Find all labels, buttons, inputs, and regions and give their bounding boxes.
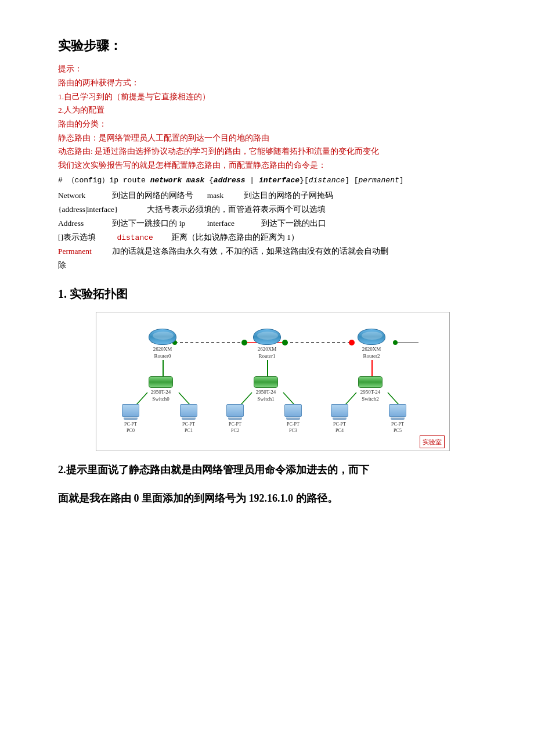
col3-4: 到达下一跳的出口 [261,219,326,228]
svg-point-5 [241,340,247,345]
pc1: PC-PTPC1 [180,404,197,434]
switch2: 2950T-24Switch2 [358,376,383,402]
col3-2: 到达下一跳接口的 ip [112,217,205,231]
cmd-line: # （config）ip route network mask {address… [58,174,488,187]
col4-1: []表示选填 [58,231,110,244]
col1-4: 到达目的网络的子网掩码 [244,191,333,200]
topo-title: 1. 实验拓扑图 [58,284,488,304]
router0: 2620XMRouter0 [149,329,176,359]
table-row-1: Network 到达目的网络的网络号 mask 到达目的网络的子网掩码 [58,189,488,203]
permanent-desc: 加的话就是这条路由永久有效，不加的话，如果这路由没有效的话就会自动删 [112,247,388,255]
cmd-permanent: permanent [359,176,399,185]
line-5: 静态路由：是网络管理员人工配置的到达一个目的地的路由 [58,131,488,145]
line-7: 我们这次实验报告写的就是怎样配置静态路由，而配置静态路由的命令是： [58,159,488,172]
switch1: 2950T-24Switch1 [254,376,278,402]
table-row-4: []表示选填 distance 距离（比如说静态路由的距离为 1） [58,231,488,244]
cmd-address: address [214,176,246,185]
line-4: 路由的分类： [58,117,488,131]
col3-3: interface [207,217,259,231]
cmd-route: network mask [150,176,205,185]
col1-2: 到达目的网络的网络号 [112,189,205,203]
hint-label: 提示： [58,62,488,76]
hint-block: 提示： 路由的两种获得方式： 1.自己学习到的（前提是与它直接相连的） 2.人为… [58,62,488,172]
line-3: 2.人为的配置 [58,103,488,117]
table-row-5b: 除 [58,259,488,272]
col2-2: 大括号表示必须填的，而管道符表示两个可以选填 [147,205,326,214]
bottom-text-2: 面就是我在路由 0 里面添加的到网络号为 192.16.1.0 的路径。 [58,489,488,507]
svg-line-16 [283,393,295,405]
network-diagram: 2620XMRouter0 2620XMRouter1 2620XMRouter… [96,312,450,451]
svg-line-14 [179,393,190,405]
col2-1: {address|interface} [58,203,145,217]
main-title: 实验步骤： [58,35,488,56]
pc0: PC-PTPC0 [122,404,139,434]
pc3: PC-PTPC3 [284,404,302,434]
switch0: 2950T-24Switch0 [149,376,173,402]
cmd-distance: distance [309,176,345,185]
router2: 2620XMRouter2 [358,329,385,359]
diagram-label: 实验室 [420,435,445,449]
table-row-2: {address|interface} 大括号表示必须填的，而管道符表示两个可以… [58,203,488,217]
svg-line-18 [388,393,399,405]
pc4: PC-PTPC4 [331,404,348,434]
line-6: 动态路由: 是通过路由选择协议动态的学习到的路由，它能够随着拓扑和流量的变化而变… [58,145,488,159]
permanent-label: Permanent [58,245,110,258]
col4-2: distance [117,231,169,244]
svg-line-17 [345,393,356,405]
bottom-text-1: 2.提示里面说了静态路由就是由网络管理员用命令添加进去的，而下 [58,460,488,479]
col4-3: 距离（比如说静态路由的距离为 1） [171,233,299,242]
line-1: 路由的两种获得方式： [58,76,488,90]
svg-line-15 [240,393,252,405]
info-table: Network 到达目的网络的网络号 mask 到达目的网络的子网掩码 {add… [58,189,488,272]
table-row-3: Address 到达下一跳接口的 ip interface 到达下一跳的出口 [58,217,488,231]
line-2: 1.自己学习到的（前提是与它直接相连的） [58,90,488,104]
col1-3: mask [207,189,242,203]
table-row-5: Permanent 加的话就是这条路由永久有效，不加的话，如果这路由没有效的话就… [58,245,488,258]
pc2: PC-PTPC2 [226,404,244,434]
pc5: PC-PTPC5 [389,404,406,434]
col1-1: Network [58,189,110,203]
col3-1: Address [58,217,110,231]
cmd-interface: interface [259,176,300,185]
permanent-desc-cont: 除 [58,261,66,269]
svg-point-7 [349,340,355,345]
svg-line-13 [136,393,147,405]
svg-point-9 [393,340,398,345]
router1: 2620XMRouter1 [253,329,281,359]
svg-point-6 [282,340,288,345]
